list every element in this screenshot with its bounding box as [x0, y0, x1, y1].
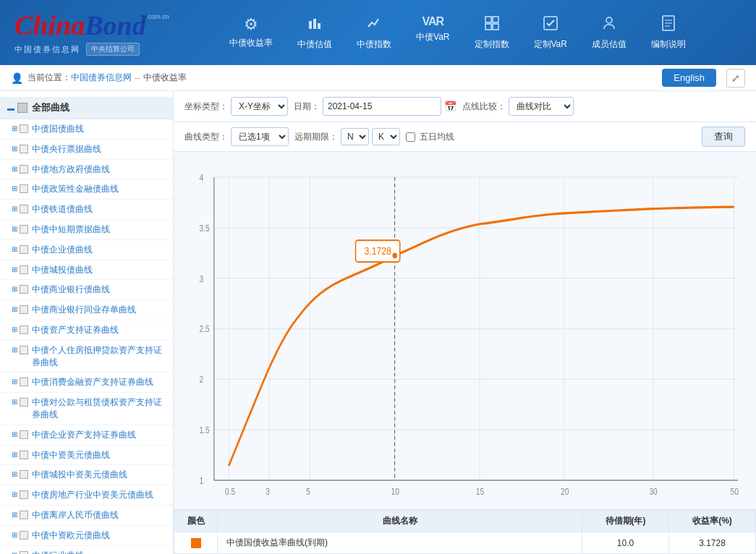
- breadcrumb-bar: 👤 当前位置： 中国债券信息网 -- 中债收益率 English ⤢: [0, 65, 756, 91]
- checkbox-6[interactable]: [20, 245, 28, 254]
- checkbox-19[interactable]: [20, 531, 28, 540]
- svg-text:1.5: 1.5: [199, 425, 209, 435]
- sidebar-checkbox-all[interactable]: [17, 103, 27, 113]
- expand-all-icon: ▬: [7, 104, 14, 112]
- sidebar-label-18: 中债离岸人民币债曲线: [32, 509, 119, 521]
- nav-yield[interactable]: ⚙ 中债收益率: [221, 9, 281, 56]
- expand-icon-15: ⊞: [12, 451, 17, 459]
- sidebar-item-8[interactable]: ⊞ 中债商业银行债曲线: [0, 280, 173, 300]
- sidebar-item-4[interactable]: ⊞ 中债铁道债曲线: [0, 200, 173, 220]
- checkbox-14[interactable]: [20, 430, 28, 439]
- sidebar-label-9: 中债商业银行同业存单曲线: [32, 304, 136, 316]
- svg-text:50: 50: [731, 487, 739, 496]
- sidebar-label-0: 中债国债曲线: [32, 123, 84, 135]
- sidebar-label-13: 中债对公款与租赁债权资产支持证券曲线: [32, 396, 167, 421]
- breadcrumb-sep: --: [135, 73, 140, 83]
- sidebar-item-9[interactable]: ⊞ 中债商业银行同业存单曲线: [0, 300, 173, 320]
- sidebar: ▬ 全部曲线 ⊞ 中债国债曲线 ⊞ 中债央行票据曲线 ⊞ 中债地方政府债曲线 ⊞…: [0, 91, 174, 554]
- sidebar-item-11[interactable]: ⊞ 中债个人住房抵押贷款资产支持证券曲线: [0, 341, 173, 373]
- row-period-0: 10.0: [582, 532, 669, 554]
- breadcrumb-current: 中债收益率: [143, 72, 187, 84]
- checkbox-11[interactable]: [20, 346, 28, 354]
- checkbox-13[interactable]: [20, 398, 28, 406]
- sidebar-item-10[interactable]: ⊞ 中债资产支持证券曲线: [0, 320, 173, 341]
- sidebar-item-19[interactable]: ⊞ 中债中资欧元债曲线: [0, 526, 173, 546]
- sidebar-item-20[interactable]: ⊞ 中债行业曲线: [0, 546, 173, 554]
- checkbox-17[interactable]: [20, 490, 28, 499]
- sidebar-label-12: 中债消费金融资产支持证券曲线: [32, 376, 153, 388]
- svg-rect-3: [485, 17, 491, 22]
- sidebar-item-1[interactable]: ⊞ 中债央行票据曲线: [0, 140, 173, 160]
- svg-text:0.5: 0.5: [225, 487, 235, 496]
- calendar-icon[interactable]: 📅: [444, 101, 456, 112]
- checkbox-10[interactable]: [20, 325, 28, 334]
- expand-icon-17: ⊞: [12, 490, 17, 498]
- nav-manual[interactable]: 编制说明: [642, 9, 695, 56]
- logo-comcn: com.cn: [148, 13, 169, 20]
- period-k-select[interactable]: K: [372, 128, 400, 145]
- sidebar-item-7[interactable]: ⊞ 中债城投债曲线: [0, 260, 173, 281]
- five-day-label: 五日均线: [420, 131, 454, 143]
- five-day-checkbox[interactable]: [406, 132, 415, 142]
- checkbox-9[interactable]: [20, 305, 28, 314]
- checkbox-1[interactable]: [20, 145, 28, 153]
- expand-icon-19: ⊞: [12, 531, 17, 539]
- nav-custom-var[interactable]: 定制VaR: [525, 9, 576, 56]
- checkbox-8[interactable]: [20, 285, 28, 294]
- expand-icon-14: ⊞: [12, 430, 17, 438]
- sidebar-label-19: 中债中资欧元债曲线: [32, 529, 110, 542]
- nav-member-val[interactable]: 成员估值: [583, 9, 635, 56]
- checkbox-5[interactable]: [20, 225, 28, 234]
- checkbox-3[interactable]: [20, 184, 28, 193]
- checkbox-0[interactable]: [20, 124, 28, 133]
- fullscreen-button[interactable]: ⤢: [726, 69, 745, 88]
- sidebar-item-16[interactable]: ⊞ 中债城投中资美元债曲线: [0, 465, 173, 485]
- sidebar-item-0[interactable]: ⊞ 中债国债曲线: [0, 119, 173, 140]
- compare-select[interactable]: 曲线对比: [509, 97, 574, 116]
- nav-custom-index[interactable]: 定制指数: [466, 9, 518, 56]
- checkbox-20[interactable]: [20, 551, 28, 554]
- nav-var[interactable]: VAR 中债VaR: [407, 9, 458, 56]
- sidebar-label-3: 中债政策性金融债曲线: [32, 183, 119, 195]
- sidebar-item-17[interactable]: ⊞ 中债房地产行业中资美元债曲线: [0, 485, 173, 506]
- english-button[interactable]: English: [662, 69, 716, 87]
- nav-index[interactable]: 中债指数: [348, 9, 400, 56]
- content-area: 坐标类型： X-Y坐标 日期： 📅 点线比较： 曲线对比 曲线类型：: [174, 91, 756, 554]
- period-n-select[interactable]: N: [341, 128, 369, 145]
- breadcrumb-home[interactable]: 中国债券信息网: [71, 72, 132, 84]
- sidebar-item-5[interactable]: ⊞ 中债中短期票据曲线: [0, 220, 173, 240]
- sidebar-item-3[interactable]: ⊞ 中债政策性金融债曲线: [0, 179, 173, 200]
- date-input[interactable]: [323, 97, 441, 116]
- expand-icon-0: ⊞: [12, 124, 17, 132]
- sidebar-item-15[interactable]: ⊞ 中债中资美元债曲线: [0, 446, 173, 466]
- nav-valuation[interactable]: 中债估值: [289, 9, 341, 56]
- date-group: 日期： 📅: [294, 97, 456, 116]
- checkbox-15[interactable]: [20, 451, 28, 459]
- sidebar-item-18[interactable]: ⊞ 中债离岸人民币债曲线: [0, 506, 173, 526]
- checkbox-4[interactable]: [20, 205, 28, 213]
- checkbox-7[interactable]: [20, 265, 28, 274]
- checkbox-12[interactable]: [20, 378, 28, 386]
- query-button[interactable]: 查询: [702, 127, 745, 147]
- sidebar-item-14[interactable]: ⊞ 中债企业资产支持证券曲线: [0, 425, 173, 446]
- sidebar-label-11: 中债个人住房抵押贷款资产支持证券曲线: [32, 344, 167, 369]
- checkbox-16[interactable]: [20, 470, 28, 479]
- nav-custom-var-label: 定制VaR: [534, 38, 567, 51]
- svg-text:4: 4: [199, 173, 203, 182]
- sidebar-item-13[interactable]: ⊞ 中债对公款与租赁债权资产支持证券曲线: [0, 393, 173, 425]
- coord-select[interactable]: X-Y坐标: [231, 97, 288, 116]
- table-row: 中债国债收益率曲线(到期) 10.0 3.1728: [174, 532, 756, 554]
- sidebar-item-6[interactable]: ⊞ 中债企业债曲线: [0, 240, 173, 260]
- sidebar-header[interactable]: ▬ 全部曲线: [0, 97, 173, 119]
- curve-select[interactable]: 已选1项: [231, 127, 289, 146]
- member-icon: [601, 15, 617, 35]
- checkbox-18[interactable]: [20, 511, 28, 519]
- sidebar-item-2[interactable]: ⊞ 中债地方政府债曲线: [0, 160, 173, 180]
- custom-index-icon: [484, 15, 500, 35]
- checkbox-2[interactable]: [20, 165, 28, 174]
- sidebar-label-10: 中债资产支持证券曲线: [32, 324, 119, 336]
- sidebar-item-12[interactable]: ⊞ 中债消费金融资产支持证券曲线: [0, 372, 173, 393]
- nav-valuation-label: 中债估值: [297, 38, 332, 51]
- row-yield-0: 3.1728: [669, 532, 756, 554]
- expand-icon-1: ⊞: [12, 145, 17, 153]
